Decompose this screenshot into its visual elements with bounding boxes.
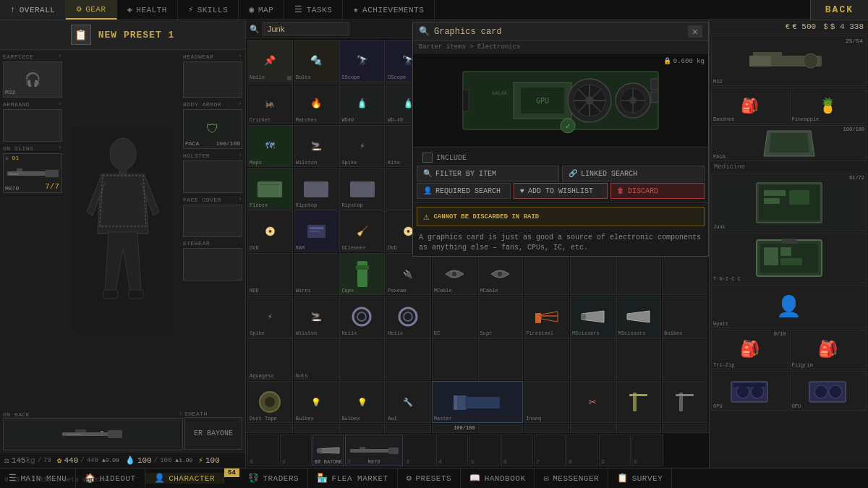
list-item[interactable]: ⚡ Spike [339,125,385,167]
stash-item-pineapple[interactable]: 🍍 Pineapple [790,87,867,124]
popup-close-button[interactable]: ✕ [688,25,702,38]
list-item[interactable]: WFilter [386,424,431,432]
list-item[interactable] [386,338,431,380]
list-item[interactable]: 📌 Nails [247,40,293,82]
bottom-nav-presets[interactable]: ⚙ PRESETS [398,468,461,488]
quick-slot-5[interactable]: 5 [469,435,501,466]
list-item[interactable]: Wires [294,253,339,295]
junk-search-input[interactable] [263,22,349,35]
stash-item-m32[interactable]: M32 25/54 [711,35,867,86]
stash-item-trizip[interactable]: 🎒 Tri-Zip 0/10 [711,330,788,369]
list-item[interactable]: MScissors [616,296,662,338]
list-item[interactable]: Helix [339,296,385,338]
quick-slot-2[interactable]: 2 M870 [345,435,403,466]
stash-item-pilgrim[interactable]: 🎒 Pilgrim [790,330,867,369]
list-item[interactable]: Helix [386,296,431,338]
list-item[interactable]: 📀 DVD [247,210,293,252]
tab-tasks[interactable]: ☰ TASKS [284,0,343,20]
list-item[interactable]: 🔧 Awl [386,381,431,423]
quick-slot-6[interactable]: 6 [247,435,279,466]
list-item[interactable] [570,253,616,295]
include-checkbox[interactable] [422,153,433,163]
list-item[interactable]: ✂ [570,381,616,423]
body-armor-slot[interactable]: 🛡 PACA 100/100 [183,109,242,149]
tab-overall[interactable]: ↑ OVERALL [0,0,66,20]
list-item[interactable]: 🗺 Maps [247,125,293,167]
stash-item-gpu2[interactable]: GPU [790,371,867,411]
list-item[interactable]: 💡 Bulbex [294,381,339,423]
list-item[interactable] [478,338,524,380]
list-item[interactable] [339,338,385,380]
list-item[interactable]: Firesteel [524,296,569,338]
quick-slot-v[interactable]: V [280,435,312,466]
list-item[interactable]: Duct Tape [247,381,293,423]
tab-gear[interactable]: ⚙ GEAR [66,0,116,20]
list-item[interactable]: Scpr [478,296,524,338]
armband-slot[interactable] [3,109,62,142]
list-item[interactable] [662,338,707,380]
filter-by-item-button[interactable]: 🔍 FILTER BY ITEM [417,166,559,181]
list-item[interactable]: 🔩 Bolts [294,40,339,82]
bottom-nav-survey[interactable]: 📋 SURVEY [608,468,672,488]
list-item[interactable] [616,338,662,380]
list-item[interactable] [662,253,707,295]
list-item[interactable]: Bulbex [662,296,707,338]
list-item[interactable]: Aquageso [247,338,293,380]
sheath-slot[interactable]: ER BAYONE [184,417,242,450]
quick-slot-3[interactable]: 3 [404,435,435,466]
list-item[interactable]: Inseq [524,381,569,423]
earpiece-slot[interactable]: 🎧 M32 [3,61,62,98]
add-to-wishlist-button[interactable]: ♥ ADD TO WISHLIST [514,183,608,199]
holster-slot[interactable] [183,160,242,193]
quick-slot-8[interactable]: 8 [566,435,598,466]
list-item[interactable]: MScissors [570,296,616,338]
stash-item-thicc[interactable]: T·H·I·C·C [711,233,867,283]
list-item[interactable]: EC [616,424,662,432]
bottom-nav-traders[interactable]: 💱 TRADERS [239,468,308,488]
list-item[interactable]: MCable [432,253,477,295]
list-item[interactable]: 🔭 OScope [339,40,385,82]
list-item[interactable]: 🧴 WD40 [339,82,385,124]
list-item[interactable] [616,381,662,423]
list-item[interactable]: Caps [339,253,385,295]
tab-skills[interactable]: ⚡ SKILLS [178,0,239,20]
list-item[interactable]: 🔥 Matches [294,82,339,124]
list-item[interactable]: 🔌 Poxeam [386,253,431,295]
preset-icon[interactable]: 📋 [71,25,91,45]
list-item[interactable]: Fleece [247,168,293,210]
list-item[interactable]: Nuts [294,338,339,380]
bottom-nav-handbook[interactable]: 📖 HANDBOOK [461,468,535,488]
list-item[interactable]: 🧴 Shampoo [247,424,293,432]
list-item[interactable]: 🧹 OCleaner [339,210,385,252]
list-item[interactable] [662,381,707,423]
quick-slot-4[interactable]: 4 [436,435,468,466]
on-back-slot[interactable] [3,418,183,450]
eyewear-slot[interactable] [183,248,242,281]
list-item[interactable]: 🧴 SPlug [662,424,707,432]
list-item[interactable]: 🌿 100/100 [432,424,477,432]
list-item[interactable] [524,338,569,380]
on-sling-slot[interactable]: 7/7 M870 ⚔ 01 [3,153,62,193]
back-button[interactable]: BACK [810,0,868,20]
include-checkbox-area[interactable]: INCLUDE [417,151,705,164]
list-item[interactable]: 💡 Bulbex [339,381,385,423]
list-item[interactable] [616,253,662,295]
list-item[interactable]: Wires [524,424,569,432]
list-item[interactable]: 🦗 Cricket [247,82,293,124]
stash-item-junk-box[interactable]: 61/72 Junk [711,174,867,231]
tab-map[interactable]: ◉ MAP [239,0,284,20]
stash-item-banshee[interactable]: 🎒 Banshee [711,87,788,124]
list-item[interactable]: 📱 GPhone [570,424,616,432]
list-item[interactable]: 🚬 Wilston [294,125,339,167]
list-item[interactable]: Ripstop [339,168,385,210]
tab-achievements[interactable]: ★ ACHIEVEMENTS [343,0,435,20]
list-item[interactable]: ⚡ Spike [247,296,293,338]
required-search-button[interactable]: 👤 REQUIRED SEARCH [417,183,511,199]
bottom-nav-messenger[interactable]: ✉ MESSENGER [535,468,608,488]
quick-slot-0[interactable]: 0 [631,435,663,466]
list-item[interactable]: RFIDR [294,424,339,432]
quick-slot-1[interactable]: 1 ER BAYONE [312,435,344,466]
stash-item-gpu1[interactable]: GPU [711,371,788,411]
list-item[interactable]: Ripstop [294,168,339,210]
headwear-slot[interactable] [183,61,242,98]
